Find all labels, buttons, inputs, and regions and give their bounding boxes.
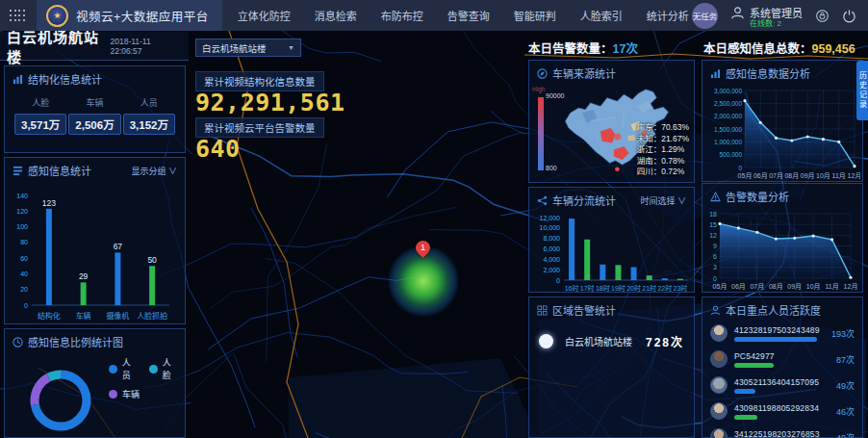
menu-item-face-index[interactable]: 人脸索引 — [580, 8, 623, 23]
person-row[interactable]: 412328197503243489 193次 — [702, 320, 862, 346]
menu-item-3d-control[interactable]: 立体化防控 — [238, 8, 291, 23]
display-group-dropdown[interactable]: 显示分组 ∨ — [131, 165, 177, 177]
svg-text:2,000: 2,000 — [543, 267, 560, 273]
svg-text:10,000: 10,000 — [540, 224, 561, 231]
navbar-right: 无任务 系统管理员 在线数: 2 — [692, 0, 868, 31]
perception-ratio-donut — [16, 354, 105, 438]
time-select-dropdown[interactable]: 时间选择 ∨ — [640, 194, 686, 207]
svg-text:67: 67 — [114, 242, 123, 251]
svg-text:18: 18 — [709, 211, 717, 218]
avatar — [710, 350, 728, 368]
grid-icon — [537, 305, 548, 316]
panel-vehicle-source: 车辆来源统计 High 90000 800 广东：70.63% — [528, 60, 695, 183]
svg-text:20时: 20时 — [626, 284, 641, 292]
color-scale — [538, 97, 544, 170]
alarm-area-chart: 036912151805月06月07月08月09月10月11月12月 — [702, 206, 862, 296]
menu-item-message-search[interactable]: 消息检索 — [315, 8, 357, 23]
legend-item: 湖南：0.78% — [637, 156, 689, 167]
user-menu[interactable]: 系统管理员 在线数: 2 — [730, 0, 803, 31]
perception-bar-chart: 020406080100120140123结构化29车辆67摄像机50人脸抓拍 — [5, 180, 185, 326]
svg-text:12,000: 12,000 — [540, 215, 561, 221]
svg-text:0: 0 — [738, 165, 742, 171]
svg-text:10月: 10月 — [816, 172, 830, 180]
svg-text:4,000: 4,000 — [543, 256, 560, 263]
site-header: 白云机场航站楼 2018-11-11 22:06:57 — [0, 32, 189, 61]
svg-text:40: 40 — [20, 271, 28, 277]
menu-item-alarm-query[interactable]: 告警查询 — [447, 8, 490, 23]
svg-text:12月: 12月 — [844, 283, 858, 291]
svg-text:10月: 10月 — [806, 283, 821, 291]
panel-alarm-analysis: 告警数量分析 036912151805月06月07月08月09月10月11月12… — [702, 183, 863, 293]
menu-item-smart-judge[interactable]: 智能研判 — [514, 8, 556, 23]
history-records-tab[interactable]: 历史记录 — [856, 61, 868, 120]
region-count: 728次 — [646, 333, 684, 349]
person-count: 193次 — [824, 327, 855, 340]
panel-title: 告警数量分析 — [726, 189, 789, 204]
panel-perception-analysis: 感知信息数据分析 0500,0001,000,0001,500,0002,000… — [702, 60, 863, 182]
person-id: 341225198203276853 — [734, 429, 824, 438]
structured-stats: 人脸 3,571万 车辆 2,506万 人员 3,152万 — [5, 89, 185, 135]
svg-text:3: 3 — [713, 264, 717, 271]
online-count: 在线数: 2 — [750, 17, 781, 28]
svg-text:140: 140 — [16, 193, 28, 199]
panel-structured-info: 结构化信息统计 人脸 3,571万 车辆 2,506万 人员 3,152万 — [4, 65, 186, 153]
panel-title: 本日重点人员活跃度 — [726, 302, 821, 318]
svg-text:2,500,000: 2,500,000 — [714, 100, 742, 107]
svg-text:500,000: 500,000 — [720, 151, 743, 158]
svg-text:09月: 09月 — [787, 283, 802, 291]
perception-area-chart: 0500,0001,000,0001,500,0002,000,0002,500… — [702, 83, 862, 186]
legend-dot — [109, 390, 117, 399]
bar-chart-icon — [13, 74, 23, 85]
vehicle-flow-bar-chart: 02,0004,0006,0008,00010,00012,00016时17时1… — [529, 210, 694, 298]
activity-bar — [734, 415, 757, 420]
panel-vehicle-flow: 车辆分流统计 时间选择 ∨ 02,0004,0006,0008,00010,00… — [528, 187, 695, 293]
svg-text:09月: 09月 — [801, 172, 815, 180]
cum-structured-value: 92,291,561 — [195, 89, 345, 116]
svg-text:22时: 22时 — [657, 284, 672, 292]
svg-text:11月: 11月 — [832, 172, 846, 180]
svg-text:60: 60 — [20, 255, 28, 262]
legend-item: 未知：21.67% — [637, 134, 689, 145]
svg-text:1,000,000: 1,000,000 — [714, 139, 742, 145]
police-badge-icon: ★ — [46, 5, 68, 27]
svg-text:100: 100 — [16, 223, 28, 230]
person-row[interactable]: 430981198805292834 46次 — [702, 398, 862, 424]
panel-region-alarm: 区域告警统计 白云机场航站楼 728次 — [528, 296, 695, 438]
avatar — [710, 376, 728, 394]
power-icon[interactable] — [842, 9, 856, 23]
panel-perception-stats: 感知信息统计 显示分组 ∨ 020406080100120140123结构化29… — [4, 157, 186, 324]
svg-text:20: 20 — [20, 286, 28, 293]
menu-item-statistics[interactable]: 统计分析 — [647, 8, 689, 23]
scale-high-label: High — [532, 86, 545, 92]
svg-text:23时: 23时 — [674, 284, 688, 292]
today-total-value: 959,456 — [812, 42, 855, 56]
panel-title: 区域告警统计 — [552, 302, 616, 318]
svg-text:3,000,000: 3,000,000 — [714, 88, 742, 94]
legend-item: 浙江：1.29% — [637, 144, 689, 156]
platform-logo: ★ 视频云+大数据应用平台 — [37, 0, 222, 31]
svg-text:16时: 16时 — [565, 284, 579, 292]
alarm-map-pin[interactable]: 1 — [413, 238, 433, 258]
svg-text:摄像机: 摄像机 — [106, 311, 129, 321]
svg-text:结构化: 结构化 — [38, 311, 61, 321]
svg-text:0: 0 — [24, 302, 28, 309]
person-id: 430981198805292834 — [734, 403, 824, 413]
person-row[interactable]: PC542977 87次 — [702, 346, 862, 372]
task-badge[interactable]: 无任务 — [692, 3, 718, 29]
stat-value: 3,571万 — [14, 114, 66, 135]
lock-icon[interactable] — [815, 9, 830, 23]
site-selector-dropdown[interactable]: 白云机场航站楼▼ — [195, 39, 301, 57]
app-launcher-icon[interactable] — [10, 10, 25, 22]
cum-alarm-value: 640 — [195, 135, 241, 163]
person-id: PC542977 — [734, 351, 824, 361]
person-id: 430521136404157095 — [734, 377, 824, 387]
svg-text:12: 12 — [709, 232, 717, 239]
timestamp: 2018-11-11 22:06:57 — [110, 37, 182, 56]
dashboard: ★ 视频云+大数据应用平台 立体化防控 消息检索 布防布控 告警查询 智能研判 … — [0, 0, 868, 438]
platform-title: 视频云+大数据应用平台 — [76, 7, 209, 25]
menu-item-deploy-control[interactable]: 布防布控 — [381, 8, 423, 23]
region-alarm-row[interactable]: 白云机场航站楼 728次 — [529, 320, 694, 349]
person-row[interactable]: 430521136404157095 49次 — [702, 372, 862, 398]
person-row[interactable]: 341225198203276853 40次 — [702, 424, 862, 438]
svg-text:人脸抓拍: 人脸抓拍 — [137, 311, 167, 321]
